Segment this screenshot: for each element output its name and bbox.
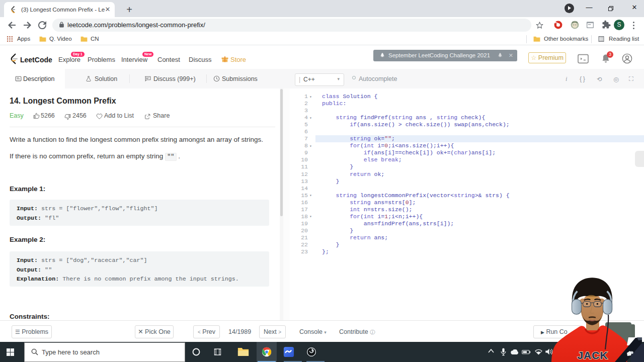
svg-text:JACK: JACK: [577, 349, 608, 361]
